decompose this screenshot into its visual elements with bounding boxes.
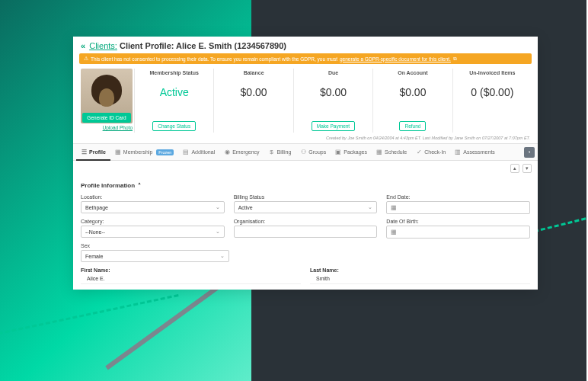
- frozen-badge: Frozen: [156, 149, 174, 155]
- stat-value: $0.00: [241, 83, 267, 131]
- category-select[interactable]: --None--⌄: [81, 226, 225, 238]
- assess-icon: ▥: [455, 149, 461, 155]
- location-select[interactable]: Bethpage⌄: [81, 201, 225, 213]
- field-last-name: Last Name: Smith: [310, 267, 530, 284]
- expand-button[interactable]: ▾: [522, 164, 532, 173]
- stat-balance: Balance $0.00: [213, 69, 292, 133]
- chevron-down-icon: ⌄: [220, 253, 225, 259]
- tab-bar: ☰Profile ▦MembershipFrozen ▤Additional ◉…: [73, 143, 538, 161]
- chevron-up-icon: ˄: [138, 182, 141, 189]
- photo-column: Generate ID Card Upload Photo: [79, 69, 134, 133]
- summary-row: Generate ID Card Upload Photo Membership…: [73, 64, 538, 134]
- tab-billing[interactable]: $Billing: [264, 145, 296, 160]
- section-toolbar: ▴ ▾: [73, 161, 538, 176]
- calendar-icon: ▦: [391, 229, 397, 235]
- tab-profile[interactable]: ☰Profile: [76, 144, 110, 161]
- stat-value: Active: [160, 83, 189, 121]
- tab-packages[interactable]: ▣Packages: [331, 145, 372, 160]
- field-first-name: First Name: Alice E.: [81, 267, 301, 284]
- last-name-value[interactable]: Smith: [310, 274, 530, 284]
- calendar-icon: ▦: [376, 149, 382, 155]
- stat-label: Un-Invoiced Items: [469, 70, 515, 75]
- page-title: Client Profile: Alice E. Smith (12345678…: [120, 41, 286, 50]
- warning-icon: ⚠: [84, 56, 88, 62]
- back-chevron-icon[interactable]: «: [81, 41, 85, 50]
- chevron-down-icon: ⌄: [368, 204, 372, 210]
- calendar-icon: ▦: [391, 204, 397, 211]
- stat-uninvoiced: Un-Invoiced Items 0 ($0.00): [452, 69, 532, 133]
- end-date-input[interactable]: ▦: [386, 201, 530, 214]
- package-icon: ▣: [335, 149, 341, 155]
- tab-schedule[interactable]: ▦Schedule: [372, 145, 411, 160]
- stat-label: Balance: [244, 70, 264, 75]
- external-icon: ⧉: [453, 56, 457, 62]
- profile-section: Profile Information ˄ Location: Bethpage…: [73, 176, 538, 290]
- refund-button[interactable]: Refund: [399, 121, 426, 131]
- check-icon: ✓: [416, 149, 422, 155]
- dollar-icon: $: [269, 149, 275, 155]
- stat-value: $0.00: [399, 83, 426, 121]
- field-billing-status: Billing Status Active⌄: [234, 194, 378, 214]
- field-organisation: Organisation:: [234, 219, 378, 239]
- tab-membership[interactable]: ▦MembershipFrozen: [110, 145, 179, 160]
- change-status-button[interactable]: Change Status: [152, 121, 196, 131]
- gdpr-text: This client has not consented to process…: [91, 56, 337, 62]
- gdpr-banner: ⚠ This client has not consented to proce…: [79, 53, 532, 64]
- tab-assessments[interactable]: ▥Assessments: [450, 145, 500, 160]
- stat-on-account: On Account $0.00 Refund: [372, 69, 452, 133]
- audit-text: Created by Joe Smith on 04/24/2004 at 4:…: [73, 134, 538, 143]
- first-name-value[interactable]: Alice E.: [81, 274, 301, 284]
- make-payment-button[interactable]: Make Payment: [312, 121, 355, 131]
- page-header: « Clients: Client Profile: Alice E. Smit…: [73, 37, 538, 53]
- stat-label: On Account: [398, 70, 427, 75]
- field-category: Category: --None--⌄: [81, 219, 225, 239]
- tab-additional[interactable]: ▤Additional: [178, 145, 219, 160]
- card-icon: ▦: [115, 149, 121, 155]
- generate-id-button[interactable]: Generate ID Card: [82, 113, 130, 123]
- chevron-down-icon: ⌄: [216, 204, 220, 210]
- tab-groups[interactable]: ⚇Groups: [296, 145, 331, 160]
- stat-label: Membership Status: [149, 70, 199, 75]
- section-header[interactable]: Profile Information ˄: [81, 179, 530, 192]
- stat-due: Due $0.00 Make Payment: [293, 69, 372, 133]
- collapse-button[interactable]: ▴: [510, 164, 519, 173]
- tabs-next-button[interactable]: ›: [524, 147, 535, 158]
- field-end-date: End Date: ▦: [386, 194, 530, 214]
- app-window: « Clients: Client Profile: Alice E. Smit…: [73, 37, 538, 290]
- gdpr-link[interactable]: generate a GDPR-specific document for th…: [340, 56, 451, 62]
- billing-status-select[interactable]: Active⌄: [234, 201, 378, 213]
- field-location: Location: Bethpage⌄: [81, 194, 225, 214]
- sex-select[interactable]: Female⌄: [81, 250, 229, 262]
- field-dob: Date Of Birth: ▦: [386, 219, 530, 239]
- stat-value: 0 ($0.00): [471, 83, 513, 131]
- field-sex: Sex Female⌄: [81, 243, 229, 262]
- organisation-input[interactable]: [234, 226, 378, 238]
- tab-checkin[interactable]: ✓Check-In: [411, 145, 450, 160]
- stat-membership: Membership Status Active Change Status: [134, 69, 213, 133]
- groups-icon: ⚇: [300, 149, 306, 155]
- dob-input[interactable]: ▦: [386, 226, 530, 239]
- user-icon: ☰: [81, 149, 87, 155]
- upload-photo-link[interactable]: Upload Photo: [103, 125, 133, 130]
- info-icon: ▤: [183, 149, 189, 155]
- tab-emergency[interactable]: ◉Emergency: [219, 145, 264, 160]
- stat-label: Due: [328, 70, 338, 75]
- breadcrumb-clients[interactable]: Clients:: [89, 41, 117, 50]
- camera-icon: ◉: [224, 149, 230, 155]
- chevron-down-icon: ⌄: [216, 229, 220, 235]
- stat-value: $0.00: [320, 83, 347, 121]
